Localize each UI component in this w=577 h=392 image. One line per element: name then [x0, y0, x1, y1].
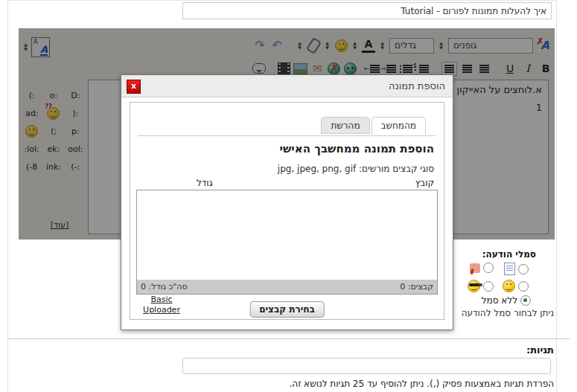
message-icon-option[interactable]	[504, 263, 529, 275]
tags-help-text: הפרדת תגיות באמצעות פסיק (,). ניתן להוסי…	[289, 379, 554, 389]
section-divider	[7, 338, 570, 339]
close-icon[interactable]: x	[127, 80, 141, 94]
files-count: קבצים: 0	[400, 280, 433, 294]
tags-label: תגיות:	[526, 344, 554, 356]
total-size: סה"כ גודל: 0	[141, 280, 188, 294]
page-right-border	[556, 0, 557, 392]
column-header-size: גודל	[197, 178, 213, 188]
tab-underline	[138, 135, 436, 136]
file-list-box[interactable]	[136, 190, 438, 280]
cool-smiley-icon	[468, 280, 480, 292]
document-icon	[504, 263, 515, 275]
tab-from-web[interactable]: מהרשת	[321, 117, 369, 134]
upload-tabs: מהמחשב מהרשת	[321, 117, 426, 134]
tab-from-computer[interactable]: מהמחשב	[372, 117, 426, 135]
column-header-file: קובץ	[415, 178, 434, 188]
basic-uploader-link[interactable]: Basic Uploader	[139, 295, 184, 315]
dialog-heading: הוספת תמונה ממחשבך האישי	[280, 142, 434, 155]
add-image-dialog: הוספת תמונה x מהמחשב מהרשת הוספת תמונה מ…	[121, 74, 453, 330]
radio-cool-icon[interactable]	[483, 281, 494, 292]
message-icons-caption: ניתן לבחור סמל להודעה	[462, 308, 554, 318]
dialog-title: הוספת תמונה	[121, 75, 453, 97]
thumbs-down-icon	[470, 263, 480, 273]
radio-doc-icon[interactable]	[518, 264, 529, 274]
page-left-border	[7, 0, 8, 392]
no-icon-option[interactable]: ללא סמל	[482, 295, 531, 306]
message-icons-title: סמלי הודעה:	[482, 249, 536, 260]
message-icon-option[interactable]	[470, 263, 494, 273]
dialog-panel: מהמחשב מהרשת הוספת תמונה ממחשבך האישי סו…	[130, 102, 444, 320]
post-editor-page: A A A גופנים גדלים A ↶ ↷ B I U	[0, 0, 577, 392]
radio-smiley-icon[interactable]	[518, 281, 529, 292]
message-icon-option[interactable]	[503, 280, 529, 292]
message-icon-option[interactable]	[468, 280, 494, 292]
subject-input[interactable]	[182, 2, 552, 19]
radio-thumbsdown-icon[interactable]	[483, 263, 494, 273]
page-top-border	[7, 0, 556, 1]
no-icon-label: ללא סמל	[482, 295, 517, 306]
tags-input[interactable]	[182, 358, 551, 374]
radio-no-icon-selected[interactable]	[520, 295, 531, 306]
allowed-file-types: סוגי קבצים מורשים: jpg, jpeg, png, gif	[278, 164, 434, 174]
smiley-face-icon	[503, 280, 515, 292]
upload-status-bar: קבצים: 0 סה"כ גודל: 0	[136, 280, 438, 295]
choose-files-button[interactable]: בחירת קבצים	[249, 301, 325, 318]
